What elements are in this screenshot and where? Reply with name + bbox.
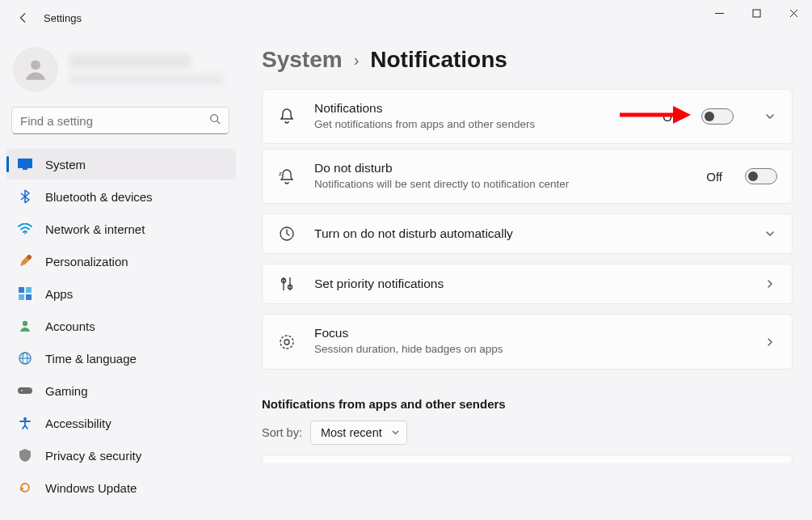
globe-icon	[18, 351, 32, 366]
svg-rect-8	[26, 287, 32, 293]
sidebar-item-label: Bluetooth & devices	[45, 190, 153, 204]
notifications-toggle[interactable]	[701, 108, 734, 125]
svg-point-18	[23, 417, 27, 421]
svg-point-16	[27, 390, 29, 391]
card-do-not-disturb[interactable]: z Do not disturb Notifications will be s…	[262, 149, 793, 204]
titlebar: Settings	[0, 0, 812, 36]
bell-icon	[277, 108, 297, 125]
apps-icon	[18, 286, 32, 301]
profile-email-redacted	[69, 74, 223, 85]
breadcrumb-parent[interactable]: System	[262, 47, 343, 73]
card-subtitle: Get notifications from apps and other se…	[314, 117, 645, 132]
shield-icon	[18, 448, 32, 463]
card-priority-notifications[interactable]: Set priority notifications	[262, 264, 793, 304]
window-title: Settings	[44, 12, 82, 24]
breadcrumb-current: Notifications	[370, 47, 507, 73]
sidebar-item-network[interactable]: Network & internet	[6, 213, 236, 244]
profile-block[interactable]	[6, 36, 236, 107]
close-button[interactable]	[775, 0, 812, 26]
maximize-button[interactable]	[738, 0, 775, 26]
card-title: Turn on do not disturb automatically	[314, 226, 734, 241]
dnd-toggle[interactable]	[745, 168, 777, 184]
person-silhouette-icon	[22, 56, 49, 83]
svg-point-15	[21, 390, 23, 391]
sidebar-item-label: Privacy & security	[45, 449, 141, 463]
sort-select[interactable]: Most recent	[310, 421, 407, 445]
window-controls	[701, 0, 812, 26]
card-title: Focus	[314, 326, 734, 340]
card-title: Notifications	[314, 101, 645, 116]
back-icon	[18, 12, 29, 23]
sidebar-nav: System Bluetooth & devices Network & int…	[6, 149, 236, 503]
sidebar-item-system[interactable]: System	[6, 149, 236, 180]
svg-text:z: z	[279, 170, 282, 177]
sidebar-item-apps[interactable]: Apps	[6, 278, 236, 309]
section-header-apps: Notifications from apps and other sender…	[262, 397, 793, 411]
svg-point-25	[280, 336, 293, 349]
toggle-state-label: Off	[663, 110, 679, 124]
profile-name-redacted	[69, 54, 191, 69]
chevron-down-icon[interactable]	[763, 228, 777, 239]
sidebar-item-label: Windows Update	[45, 481, 137, 495]
card-title: Do not disturb	[314, 161, 688, 175]
sidebar: System Bluetooth & devices Network & int…	[0, 36, 242, 520]
accessibility-icon	[18, 416, 32, 430]
card-subtitle: Session duration, hide badges on apps	[314, 342, 734, 357]
focus-icon	[277, 334, 297, 350]
bell-snooze-icon: z	[277, 167, 297, 185]
sidebar-item-label: System	[45, 158, 86, 171]
svg-rect-10	[26, 294, 32, 300]
card-title: Set priority notifications	[314, 277, 734, 291]
priority-icon	[277, 276, 297, 292]
clock-icon	[277, 226, 297, 242]
wifi-icon	[18, 222, 32, 236]
sidebar-item-time-language[interactable]: Time & language	[6, 343, 236, 374]
profile-info	[69, 54, 233, 85]
chevron-right-icon[interactable]	[763, 336, 777, 348]
sidebar-item-label: Accounts	[45, 319, 95, 333]
sidebar-item-personalization[interactable]: Personalization	[6, 246, 236, 277]
sidebar-item-privacy[interactable]: Privacy & security	[6, 440, 236, 471]
sidebar-item-bluetooth[interactable]: Bluetooth & devices	[6, 181, 236, 212]
monitor-icon	[18, 157, 32, 171]
sidebar-item-accounts[interactable]: Accounts	[6, 311, 236, 341]
chevron-down-icon[interactable]	[763, 111, 777, 122]
svg-point-5	[24, 233, 26, 235]
search-input[interactable]	[20, 114, 209, 128]
close-icon	[789, 9, 798, 18]
card-subtitle: Notifications will be sent directly to n…	[314, 177, 688, 192]
card-focus[interactable]: Focus Session duration, hide badges on a…	[262, 314, 793, 369]
svg-point-26	[284, 340, 289, 345]
svg-rect-0	[753, 10, 760, 17]
svg-rect-9	[19, 294, 24, 300]
sidebar-item-label: Accessibility	[45, 416, 111, 430]
sidebar-item-accessibility[interactable]: Accessibility	[6, 408, 236, 438]
svg-point-11	[23, 321, 27, 326]
bluetooth-icon	[18, 189, 32, 204]
minimize-icon	[715, 9, 724, 18]
svg-rect-3	[18, 159, 32, 168]
svg-point-2	[211, 115, 218, 122]
chevron-right-icon[interactable]	[763, 278, 777, 290]
sidebar-item-label: Network & internet	[45, 222, 145, 236]
main-content: System › Notifications Notifications Get…	[242, 36, 812, 520]
svg-point-17	[29, 388, 31, 390]
sort-selected-value: Most recent	[321, 426, 382, 439]
sidebar-item-windows-update[interactable]: Windows Update	[6, 472, 236, 503]
sidebar-item-label: Personalization	[45, 255, 128, 268]
card-notifications[interactable]: Notifications Get notifications from app…	[262, 89, 793, 144]
breadcrumb: System › Notifications	[262, 47, 793, 73]
sidebar-item-label: Time & language	[45, 352, 137, 366]
minimize-button[interactable]	[701, 0, 738, 26]
brush-icon	[18, 254, 32, 268]
sidebar-item-label: Gaming	[45, 384, 88, 398]
card-auto-dnd[interactable]: Turn on do not disturb automatically	[262, 213, 793, 254]
search-box[interactable]	[11, 107, 229, 134]
chevron-down-icon	[391, 426, 400, 439]
svg-point-1	[31, 60, 40, 70]
app-list-placeholder	[262, 454, 793, 463]
sidebar-item-gaming[interactable]: Gaming	[6, 375, 236, 406]
person-icon	[18, 319, 32, 333]
back-button[interactable]	[18, 12, 36, 23]
toggle-state-label: Off	[706, 170, 722, 184]
